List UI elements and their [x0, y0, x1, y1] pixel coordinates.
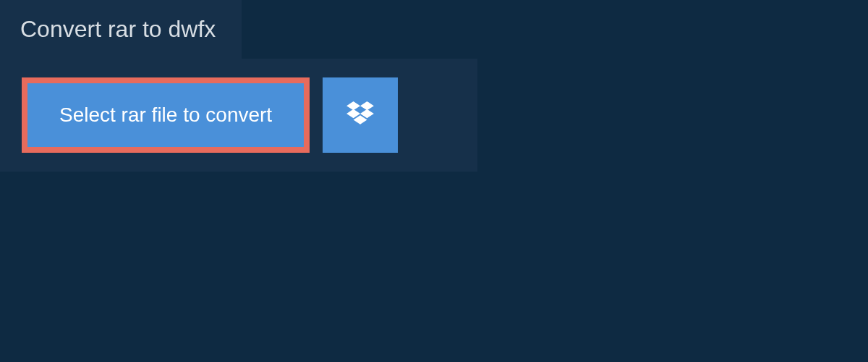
- tab-convert[interactable]: Convert rar to dwfx: [0, 0, 242, 59]
- select-file-button[interactable]: Select rar file to convert: [22, 77, 310, 153]
- dropbox-icon: [346, 101, 374, 129]
- tab-label: Convert rar to dwfx: [20, 16, 216, 42]
- select-file-button-label: Select rar file to convert: [59, 104, 272, 127]
- upload-panel: Select rar file to convert: [0, 59, 477, 172]
- tab-bar: Convert rar to dwfx: [0, 0, 868, 59]
- dropbox-button[interactable]: [323, 77, 398, 153]
